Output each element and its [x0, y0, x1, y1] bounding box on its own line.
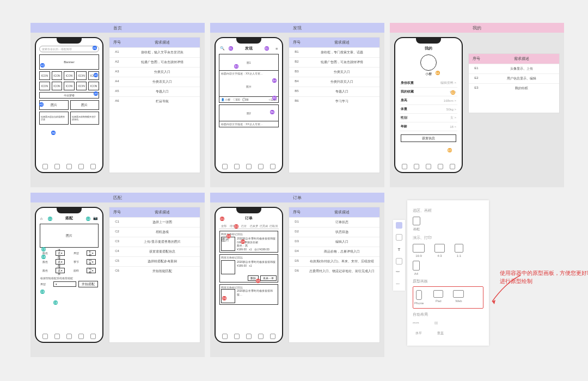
- page-title: 发现: [245, 46, 253, 51]
- banner[interactable]: Banner: [39, 54, 99, 70]
- palette-item-1-1[interactable]: 1:1: [455, 244, 463, 257]
- select[interactable]: 请选择▾: [56, 259, 65, 265]
- panel-palette: T 〰 ⋯ 选区、画框 画框 演示、打印 16:9 4:3 1:1 A4 原型画…: [390, 193, 564, 357]
- palette-item-phone[interactable]: Phone: [414, 290, 424, 305]
- hint-text: 根据智能搭配系统推荐搭配: [40, 276, 98, 280]
- phone-mock-match: ⌂搭配📷 图片 颜色请选择▾ 类型长裙▾ 颜色请选择▾ 季节四季▾ 颜色请选择▾…: [35, 207, 103, 343]
- annotation-table-discover: 序号需求描述 B1接收框，专门搜索文章、话题 B2轮播广告图，可点击跳转详情 B…: [289, 37, 380, 173]
- select[interactable]: 请选择▾: [56, 250, 65, 256]
- panel-title: 订单: [210, 193, 384, 202]
- section-title: 演示、打印: [413, 235, 483, 241]
- category-row-1: ICONICONICONICONICON: [39, 71, 99, 80]
- camera-icon[interactable]: 📷: [93, 216, 98, 220]
- page-title: 订单: [245, 216, 253, 221]
- palette-item-web[interactable]: Web: [453, 290, 464, 305]
- palette-item-4-3[interactable]: 4:3: [434, 244, 445, 257]
- annotation-text: 使用容器中的原型画板，方便您更好地进行原型绘制: [500, 269, 588, 285]
- page-title: 我的: [425, 46, 432, 51]
- annotation-table-orders: 序号需求描述 D1订单状态 D2状态筛选 D3编辑入口 D4商品价格，总量详情入…: [289, 207, 380, 343]
- panel-orders: 订单 ‹订单 全部待付款已付已发货已完成已取消 商家名称标记前以 图片2020新…: [210, 193, 384, 357]
- start-button[interactable]: 开始搭配: [78, 281, 98, 287]
- palette-item-frame[interactable]: 画框: [413, 217, 420, 232]
- select[interactable]: 请选择▾: [56, 268, 65, 273]
- palette-item-pad[interactable]: Pad: [433, 290, 443, 305]
- select[interactable]: 长裙▾: [87, 250, 96, 256]
- phone-mock-mine: 我的 小樱 身份权重编辑资料 > 我的收藏99 > 身高168cm > 体重50…: [394, 37, 463, 173]
- palette-item-16-9[interactable]: 16:9: [413, 244, 425, 257]
- pen-tool-icon[interactable]: 〰: [396, 270, 402, 276]
- crop-tool-icon[interactable]: [396, 234, 402, 241]
- profile-list: 身份权重编辑资料 > 我的收藏99 > 身高168cm > 体重50kg > 性…: [400, 79, 457, 131]
- section-title: 选区、画框: [413, 208, 483, 213]
- palette-item-horizontal[interactable]: ▭▭水平: [413, 321, 425, 336]
- panel-title: 匹配: [30, 193, 205, 202]
- frame-tool-icon[interactable]: [396, 222, 402, 229]
- design-board: 首页 搜索你喜欢的…搭配推荐 Banner ICONICONICONICONIC…: [30, 23, 564, 357]
- tab-bar[interactable]: [219, 163, 279, 170]
- tab-bar[interactable]: [39, 333, 99, 340]
- back-icon[interactable]: ⌂: [40, 217, 42, 220]
- panel-discover: 发现 🔍发现≡ 图1 标题内容文字描述：XX达人专家… 图片 👤 小樱 ♡300…: [210, 23, 384, 187]
- phone-mock-home: 搜索你喜欢的…搭配推荐 Banner ICONICONICONICONICON …: [35, 37, 103, 173]
- category-row-2: ICONICONICONICONICON: [39, 82, 99, 90]
- palette-item-a4[interactable]: A4: [413, 261, 420, 275]
- panel-title: 我的: [390, 23, 564, 33]
- search-icon[interactable]: 🔍: [220, 46, 225, 51]
- text-tool-icon[interactable]: T: [396, 246, 402, 253]
- panel-title: 发现: [210, 23, 384, 33]
- annotation-table-match: 序号需求描述 C1选择上一张图 C2相机选项 C3上传/显示要搭查看的图片 C4…: [109, 207, 200, 343]
- more-tool-icon[interactable]: ⋯: [396, 282, 402, 288]
- settings-button[interactable]: 设置信息: [401, 134, 456, 142]
- panel-match: 匹配 ⌂搭配📷 图片 颜色请选择▾ 类型长裙▾ 颜色请选择▾ 季节四季▾ 颜色请…: [30, 193, 205, 357]
- tab-bar[interactable]: [39, 163, 99, 170]
- feed-card[interactable]: 图2 标题内容文字描述：XX达人专家…: [219, 105, 279, 127]
- username: 小樱: [397, 72, 460, 77]
- prototype-board-group: Phone Pad Web: [413, 286, 483, 309]
- section-title: 自动布局: [413, 312, 483, 317]
- tool-sidebar: T 〰 ⋯: [393, 220, 405, 291]
- tab-bar[interactable]: [399, 163, 458, 170]
- panel-title: 首页: [30, 23, 205, 33]
- feed-card[interactable]: 图片: [70, 100, 100, 110]
- panel-home: 首页 搜索你喜欢的…搭配推荐 Banner ICONICONICONICONIC…: [30, 23, 205, 187]
- panel-mine: 我的 我的 小樱 身份权重编辑资料 > 我的收藏99 > 身高168cm > 体…: [390, 23, 564, 187]
- avatar[interactable]: [420, 54, 437, 71]
- palette-item-vertical[interactable]: ▯▯垂直: [434, 321, 446, 336]
- search-input[interactable]: 搜索你喜欢的…搭配推荐: [39, 46, 99, 52]
- page-title: 搭配: [65, 216, 73, 221]
- phone-mock-orders: ‹订单 全部待付款已付已发货已完成已取消 商家名称标记前以 图片2020新款冬季…: [215, 207, 283, 343]
- section-title: 原型画板: [413, 279, 483, 284]
- feed-card[interactable]: 图1 标题内容文字描述：XX达人专家… 图片 👤 小樱 ♡300 💬88☆128…: [219, 54, 279, 103]
- shape-tool-icon[interactable]: [396, 258, 402, 265]
- phone-mock-discover: 🔍发现≡ 图1 标题内容文字描述：XX达人专家… 图片 👤 小樱 ♡300 💬8…: [215, 37, 283, 173]
- section-title: 今日穿搭: [39, 92, 99, 99]
- order-tabs[interactable]: 全部待付款已付已发货已完成已取消: [219, 223, 279, 229]
- tab-bar[interactable]: [219, 333, 279, 340]
- menu-icon[interactable]: ≡: [275, 47, 278, 51]
- order-card[interactable]: 商家名称标记前以 2020新款冬季时尚修身百搭韩版…: [219, 284, 278, 305]
- annotation-table-mine: 序号需求描述 E1头像显示、上传 E2用户信息显示、编辑 E3我的特权: [468, 53, 560, 113]
- select[interactable]: 纯棉▾: [87, 268, 96, 273]
- feed-card[interactable]: 图片: [39, 100, 69, 110]
- annotation-table-home: 序号需求描述 A1接收框，输入文字点击发消失 A2轮播广告图，可点击跳转详情 A…: [109, 37, 200, 173]
- select[interactable]: 四季▾: [87, 259, 96, 265]
- order-card[interactable]: 商家名称标记前以 2020新款冬季时尚修身百搭韩版¥199.00 x1 删除再来…: [219, 254, 278, 282]
- frame-palette: 选区、画框 画框 演示、打印 16:9 4:3 1:1 A4 原型画板 Phon…: [407, 200, 489, 346]
- upload-area[interactable]: 图片: [40, 224, 99, 248]
